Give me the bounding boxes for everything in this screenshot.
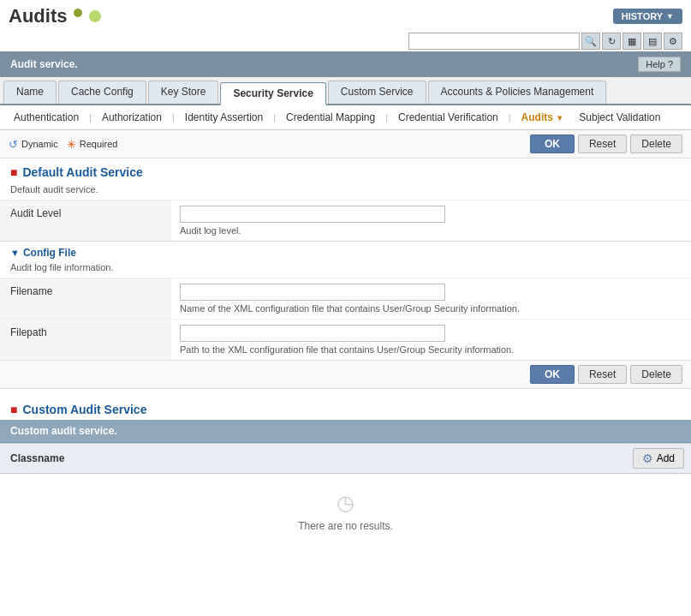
service-bar: Audit service. Help ? <box>0 51 691 77</box>
search-input[interactable] <box>408 33 580 50</box>
dynamic-label: ↺ Dynamic <box>9 138 58 151</box>
dot-olive-icon <box>74 9 82 17</box>
arrow-icon: ▼ <box>10 248 20 258</box>
filename-input[interactable] <box>180 284 445 301</box>
sep2: | <box>170 112 176 123</box>
settings-icon[interactable]: ⚙ <box>664 33 682 50</box>
help-button[interactable]: Help ? <box>638 57 681 72</box>
dot-green-icon <box>89 10 101 22</box>
delete-button-bottom[interactable]: Delete <box>630 365 682 384</box>
ok-button[interactable]: OK <box>530 135 575 153</box>
tab-security-service[interactable]: Security Service <box>220 82 325 105</box>
subtab-credential-mapping[interactable]: Credential Mapping <box>277 109 384 126</box>
custom-section-icon: ■ <box>10 403 17 416</box>
config-file-desc: Audit log file information. <box>0 260 691 278</box>
filename-content: Name of the XML configuration file that … <box>171 278 691 319</box>
config-file-title[interactable]: Config File <box>23 247 76 259</box>
reset-button-bottom[interactable]: Reset <box>578 365 627 384</box>
sep4: | <box>384 112 390 123</box>
grid-icon[interactable]: ▦ <box>622 33 641 50</box>
sep3: | <box>271 112 277 123</box>
filename-row: Filename Name of the XML configuration f… <box>0 278 691 319</box>
subtab-authorization[interactable]: Authorization <box>93 109 170 126</box>
filepath-label: Filepath <box>0 320 171 360</box>
sep5: | <box>507 112 513 123</box>
tabs-row: Name Cache Config Key Store Security Ser… <box>0 77 691 105</box>
filename-hint: Name of the XML configuration file that … <box>180 303 682 314</box>
filepath-row: Filepath Path to the XML configuration f… <box>0 319 691 360</box>
search-bar: 🔍 ↻ ▦ ▤ ⚙ <box>0 31 691 51</box>
header-left: Audits <box>9 5 101 27</box>
audits-dropdown-icon: ▾ <box>557 113 562 123</box>
reset-button[interactable]: Reset <box>578 135 627 153</box>
audit-level-hint: Audit log level. <box>180 225 682 236</box>
audit-level-content: Audit log level. <box>171 200 691 241</box>
filepath-hint: Path to the XML configuration file that … <box>180 344 682 355</box>
table-header-row: Classname ⚙ Add <box>0 443 691 474</box>
search-icons: 🔍 ↻ ▦ ▤ ⚙ <box>581 33 682 50</box>
search-icon[interactable]: 🔍 <box>581 33 600 50</box>
add-icon: ⚙ <box>642 452 653 465</box>
subtab-subject-validation[interactable]: Subject Validation <box>570 109 669 126</box>
default-audit-desc: Default audit service. <box>0 182 691 200</box>
filepath-input[interactable] <box>180 325 445 342</box>
required-label: ✳ Required <box>67 138 118 151</box>
toolbar-right: OK Reset Delete <box>530 135 682 153</box>
grid2-icon[interactable]: ▤ <box>643 33 662 50</box>
subtabs-row: Authentication | Authorization | Identit… <box>0 105 691 130</box>
custom-audit-header: ■ Custom Audit Service <box>0 396 691 420</box>
no-results-label: There are no results. <box>17 520 674 532</box>
no-results: ◷ There are no results. <box>0 474 691 549</box>
default-audit-title: ■ Default Audit Service <box>10 165 681 179</box>
header-title: Audits <box>9 5 67 27</box>
required-icon: ✳ <box>67 138 76 151</box>
audit-level-row: Audit Level Audit log level. <box>0 200 691 241</box>
toolbar-left: ↺ Dynamic ✳ Required <box>9 138 117 151</box>
section-icon: ■ <box>10 165 17 179</box>
audit-level-input[interactable] <box>180 206 445 223</box>
tab-custom-service[interactable]: Custom Service <box>328 81 426 104</box>
audit-level-label: Audit Level <box>0 200 171 241</box>
default-audit-header: ■ Default Audit Service <box>0 158 691 182</box>
custom-audit-section: ■ Custom Audit Service Custom audit serv… <box>0 396 691 549</box>
ok-button-bottom[interactable]: OK <box>530 365 575 384</box>
filename-label: Filename <box>0 278 171 319</box>
tab-key-store[interactable]: Key Store <box>148 81 219 104</box>
subtab-authentication[interactable]: Authentication <box>5 109 87 126</box>
classname-col-header: Classname <box>0 448 622 469</box>
custom-audit-title: Custom Audit Service <box>22 403 146 416</box>
tab-name[interactable]: Name <box>3 81 57 104</box>
history-button[interactable]: HISTORY <box>613 9 682 24</box>
sep1: | <box>87 112 93 123</box>
toolbar-bottom: OK Reset Delete <box>0 361 691 389</box>
table-action-col: ⚙ Add <box>622 444 691 473</box>
custom-service-bar: Custom audit service. <box>0 420 691 443</box>
tab-cache-config[interactable]: Cache Config <box>58 81 146 104</box>
tab-accounts-policies[interactable]: Accounts & Policies Management <box>428 81 607 104</box>
config-file-header: ▼ Config File <box>0 241 691 260</box>
subtab-credential-verification[interactable]: Credential Verification <box>390 109 507 126</box>
default-audit-section: ■ Default Audit Service Default audit se… <box>0 158 691 361</box>
toolbar: ↺ Dynamic ✳ Required OK Reset Delete <box>0 130 691 158</box>
delete-button[interactable]: Delete <box>630 135 682 153</box>
toolbar-bottom-right: OK Reset Delete <box>530 365 682 384</box>
filepath-content: Path to the XML configuration file that … <box>171 320 691 360</box>
service-bar-label: Audit service. <box>10 58 78 70</box>
subtab-identity-assertion[interactable]: Identity Assertion <box>176 109 271 126</box>
refresh-icon[interactable]: ↻ <box>602 33 621 50</box>
no-results-icon: ◷ <box>17 491 674 515</box>
add-button[interactable]: ⚙ Add <box>633 448 684 469</box>
dynamic-icon: ↺ <box>9 138 18 151</box>
header: Audits HISTORY <box>0 0 691 31</box>
subtab-audits[interactable]: Audits ▾ <box>513 109 571 126</box>
